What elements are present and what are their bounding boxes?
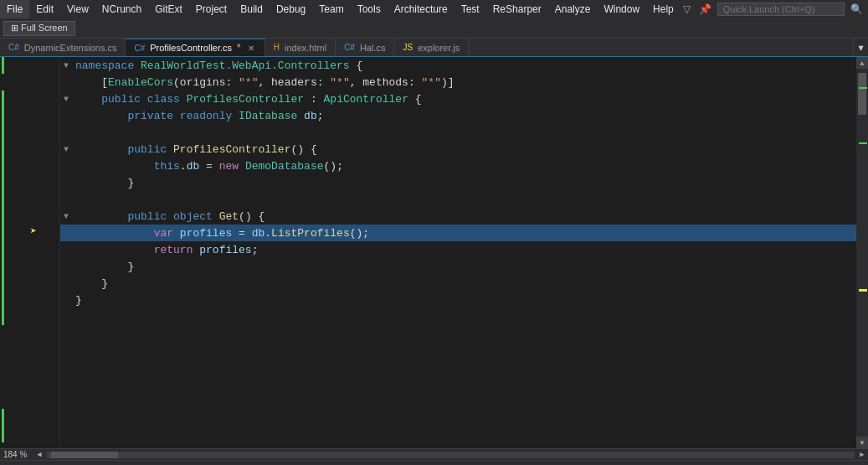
code-line: ▼ public class ProfilesController : ApiC… bbox=[60, 90, 856, 107]
fold-button[interactable]: ▼ bbox=[60, 212, 72, 221]
fold-button[interactable]: ▼ bbox=[60, 145, 72, 154]
modified-bar-3 bbox=[2, 409, 4, 442]
code-line bbox=[60, 191, 856, 208]
code-line: } bbox=[60, 174, 856, 191]
menu-team[interactable]: Team bbox=[312, 0, 350, 18]
scroll-left-button[interactable]: ◀ bbox=[33, 449, 45, 461]
code-text: } bbox=[72, 177, 134, 189]
tab-profiles-controller[interactable]: C# ProfilesController.cs * ✕ bbox=[126, 39, 265, 56]
code-text: return profiles; bbox=[72, 244, 258, 256]
menu-resharper[interactable]: ReSharper bbox=[486, 0, 548, 18]
js-icon: JS bbox=[403, 43, 413, 52]
vertical-scrollbar[interactable]: ▲ ▼ bbox=[856, 57, 868, 448]
tab-explorer-js[interactable]: JS explorer.js bbox=[394, 39, 469, 56]
html-icon: H bbox=[274, 43, 280, 52]
fold-button[interactable]: ▼ bbox=[60, 95, 72, 104]
horizontal-scroll-thumb[interactable] bbox=[51, 452, 118, 458]
tab-bar: C# DynamicExtensions.cs C# ProfilesContr… bbox=[0, 39, 868, 57]
output-bar: Output bbox=[0, 460, 868, 465]
code-content: ▼ namespace RealWorldTest.WebApi.Control… bbox=[60, 57, 856, 448]
fold-button bbox=[60, 178, 72, 188]
code-text: public ProfilesController() { bbox=[72, 143, 317, 156]
cs-icon: C# bbox=[8, 43, 19, 52]
fold-button bbox=[60, 229, 72, 238]
code-editor[interactable]: ▼ namespace RealWorldTest.WebApi.Control… bbox=[60, 57, 856, 448]
menu-help[interactable]: Help bbox=[646, 0, 681, 18]
search-icon[interactable]: 🔍 bbox=[848, 3, 865, 15]
scroll-right-button[interactable]: ▶ bbox=[856, 449, 868, 461]
menu-edit[interactable]: Edit bbox=[29, 0, 60, 18]
code-line: return profiles; bbox=[60, 241, 856, 258]
fold-button[interactable]: ▼ bbox=[60, 61, 72, 70]
change-marker bbox=[859, 87, 867, 89]
code-text: namespace RealWorldTest.WebApi.Controlle… bbox=[72, 59, 362, 72]
execution-arrow: ➤ bbox=[30, 225, 37, 238]
menu-gitext[interactable]: GitExt bbox=[148, 0, 189, 18]
pin-icon: 📌 bbox=[696, 3, 714, 15]
zoom-level: 184 % bbox=[0, 450, 33, 459]
tab-dynamic-extensions[interactable]: C# DynamicExtensions.cs bbox=[0, 39, 126, 56]
code-text: public class ProfilesController : ApiCon… bbox=[72, 93, 422, 106]
menu-bar: File Edit View NCrunch GitExt Project Bu… bbox=[0, 0, 868, 18]
code-line: } bbox=[60, 292, 856, 308]
full-screen-button[interactable]: ⊞ Full Screen bbox=[3, 21, 75, 36]
fold-button bbox=[60, 78, 72, 87]
tab-hal-cs[interactable]: C# Hal.cs bbox=[336, 39, 394, 56]
code-text: } bbox=[72, 294, 82, 307]
fold-button bbox=[60, 111, 72, 121]
tab-label: index.html bbox=[285, 43, 326, 53]
code-line: } bbox=[60, 258, 856, 275]
code-text: private readonly IDatabase db; bbox=[72, 110, 324, 122]
cs-icon: C# bbox=[134, 44, 145, 53]
code-text: [EnableCors(origins: "*", headers: "*", … bbox=[72, 76, 455, 89]
menu-view[interactable]: View bbox=[60, 0, 95, 18]
menu-analyze[interactable]: Analyze bbox=[548, 0, 598, 18]
toolbar: ⊞ Full Screen bbox=[0, 18, 868, 39]
menu-window[interactable]: Window bbox=[597, 0, 646, 18]
fold-button bbox=[60, 245, 72, 255]
horizontal-scroll-track[interactable] bbox=[47, 452, 855, 458]
tab-label: ProfilesController.cs bbox=[150, 43, 232, 53]
scroll-thumb[interactable] bbox=[858, 73, 866, 115]
left-margin: ➤ bbox=[0, 57, 60, 448]
code-line: } bbox=[60, 275, 856, 292]
current-line-marker bbox=[859, 289, 867, 292]
menu-architecture[interactable]: Architecture bbox=[388, 0, 455, 18]
tab-close-button[interactable]: ✕ bbox=[246, 44, 256, 53]
tab-dropdown-button[interactable]: ▾ bbox=[853, 39, 868, 56]
code-text: } bbox=[72, 261, 134, 273]
code-line-highlighted: var profiles = db.ListProfiles(); bbox=[60, 225, 856, 241]
modified-indicator: * bbox=[237, 42, 241, 54]
code-line: private readonly IDatabase db; bbox=[60, 107, 856, 124]
tab-index-html[interactable]: H index.html bbox=[265, 39, 336, 56]
code-line: ▼ namespace RealWorldTest.WebApi.Control… bbox=[60, 57, 856, 74]
scroll-up-button[interactable]: ▲ bbox=[856, 57, 868, 69]
menu-ncrunch[interactable]: NCrunch bbox=[95, 0, 148, 18]
quick-launch-area: ▽ 📌 🔍 Sign in 👤 bbox=[681, 0, 868, 19]
code-line: [EnableCors(origins: "*", headers: "*", … bbox=[60, 74, 856, 90]
main-area: ➤ ▼ namespace RealWorldTest.WebApi.Contr… bbox=[0, 57, 868, 448]
fold-button bbox=[60, 162, 72, 171]
tab-label: explorer.js bbox=[418, 43, 460, 53]
menu-test[interactable]: Test bbox=[455, 0, 486, 18]
fold-button bbox=[60, 262, 72, 271]
menu-tools[interactable]: Tools bbox=[351, 0, 388, 18]
tab-label: Hal.cs bbox=[360, 43, 386, 53]
code-text bbox=[72, 194, 82, 206]
menu-build[interactable]: Build bbox=[234, 0, 270, 18]
modified-bar-2 bbox=[2, 90, 4, 325]
menu-file[interactable]: File bbox=[0, 0, 29, 18]
cs-icon: C# bbox=[344, 43, 355, 52]
fold-button bbox=[60, 195, 72, 204]
menu-debug[interactable]: Debug bbox=[270, 0, 312, 18]
scroll-down-button[interactable]: ▼ bbox=[856, 437, 868, 448]
code-text: public object Get() { bbox=[72, 210, 265, 223]
fold-button bbox=[60, 296, 72, 305]
code-text: var profiles = db.ListProfiles(); bbox=[72, 227, 369, 240]
scroll-track[interactable] bbox=[856, 69, 868, 437]
code-line: ▼ public ProfilesController() { bbox=[60, 141, 856, 158]
quick-launch-input[interactable] bbox=[717, 3, 845, 16]
code-line: this.db = new DemoDatabase(); bbox=[60, 158, 856, 174]
menu-project[interactable]: Project bbox=[189, 0, 234, 18]
tab-label: DynamicExtensions.cs bbox=[24, 43, 117, 53]
